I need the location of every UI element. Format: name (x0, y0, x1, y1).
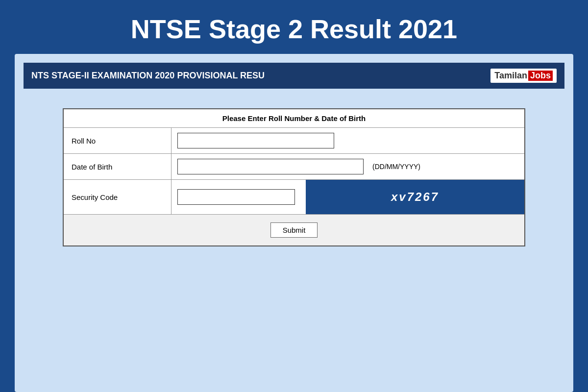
submit-row: Submit (64, 215, 524, 245)
dob-label: Date of Birth (64, 154, 172, 179)
exam-title: NTS STAGE-II EXAMINATION 2020 PROVISIONA… (31, 71, 490, 81)
dob-hint: (DD/MM/YYYY) (372, 163, 420, 171)
result-form: Please Enter Roll Number & Date of Birth… (63, 108, 525, 246)
security-code-input[interactable] (177, 189, 295, 205)
security-code-input-cell: xv7267 (172, 180, 524, 214)
page-title: NTSE Stage 2 Result 2021 (0, 0, 588, 54)
captcha-display: xv7267 (306, 180, 524, 214)
roll-no-input-cell (172, 128, 524, 153)
brand-logo: Tamilan Jobs (490, 69, 557, 83)
exam-header: NTS STAGE-II EXAMINATION 2020 PROVISIONA… (24, 63, 564, 89)
roll-no-row: Roll No (64, 128, 524, 154)
security-code-label: Security Code (64, 180, 172, 214)
dob-input[interactable] (177, 159, 364, 174)
roll-no-input[interactable] (177, 133, 334, 148)
roll-no-label: Roll No (64, 128, 172, 153)
dob-input-cell: (DD/MM/YYYY) (172, 154, 524, 179)
form-title: Please Enter Roll Number & Date of Birth (64, 109, 524, 128)
submit-button[interactable]: Submit (270, 222, 318, 238)
brand-jobs: Jobs (528, 71, 553, 81)
dob-row: Date of Birth (DD/MM/YYYY) (64, 154, 524, 180)
brand-tamilan: Tamilan (494, 71, 527, 81)
security-code-row: Security Code xv7267 (64, 180, 524, 215)
content-area: NTS STAGE-II EXAMINATION 2020 PROVISIONA… (15, 54, 573, 392)
